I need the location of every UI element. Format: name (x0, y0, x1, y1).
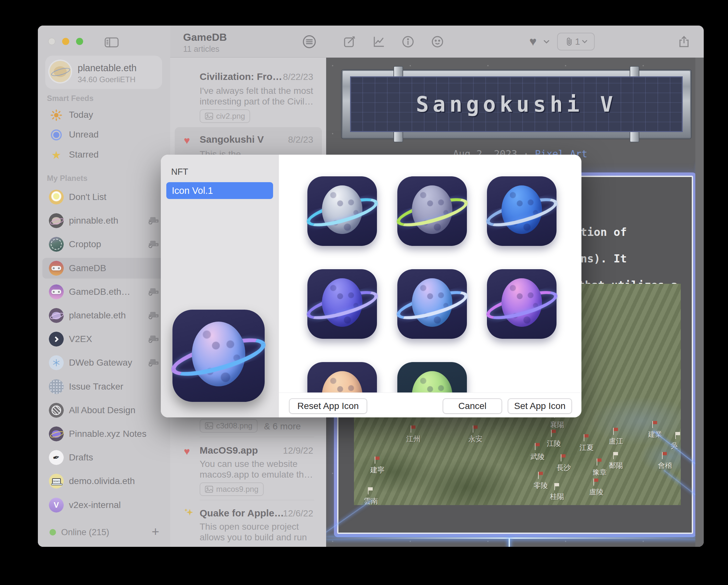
map-flag-marker (536, 443, 540, 446)
neon-grid-line (326, 537, 704, 539)
scrollbar-track[interactable] (695, 58, 704, 547)
planet-avatar: V (49, 498, 64, 512)
planet-avatar (49, 261, 64, 276)
planet-avatar (49, 237, 64, 252)
attachment-chip: c3d08.png (200, 419, 258, 433)
app-icon-option-blue[interactable] (487, 176, 556, 246)
map-city-label: 盧江 (609, 436, 623, 446)
sidebar-item-gamedb[interactable]: GameDB (43, 258, 165, 279)
sidebar-item-planetable-eth[interactable]: planetable.eth (43, 305, 165, 326)
sidebar-item-v2ex[interactable]: V2EX (43, 329, 165, 350)
article-date: 8/2/23 (288, 135, 313, 145)
sidebar-item-label: GameDB (69, 263, 106, 273)
article-title: Quake for Apple… (200, 508, 284, 519)
sidebar-item-don-t-list[interactable]: Don't List (43, 187, 165, 207)
app-icon-option-magenta[interactable] (487, 269, 556, 339)
online-status-label: Online (215) (61, 527, 109, 537)
article-preview: This is the (200, 149, 314, 155)
stats-icon[interactable] (372, 35, 385, 50)
star-icon: ★ (50, 149, 62, 161)
sidebar-item-label: pinnable.eth (69, 215, 119, 226)
sidebar-item-label: Drafts (69, 452, 93, 463)
sidebar-item-label: Unread (69, 129, 99, 140)
sidebar-item-today[interactable]: Today (43, 104, 165, 125)
map-city-label: 會稽 (658, 461, 672, 470)
reset-app-icon-button[interactable]: Reset App Icon (289, 398, 367, 414)
map-flag-marker (411, 426, 415, 429)
map-city-label: 武陵 (530, 452, 545, 462)
sidebar-item-label: demo.olivida.eth (69, 476, 135, 486)
collection-label: Icon Vol.1 (172, 185, 213, 196)
share-icon[interactable] (678, 35, 691, 50)
pinned-node-icon (148, 358, 159, 368)
sidebar-item-pinnable-xyz-notes[interactable]: Pinnable.xyz Notes (43, 424, 165, 444)
compose-icon[interactable] (343, 35, 356, 50)
sidebar-item-croptop[interactable]: Croptop (43, 234, 165, 255)
sidebar-item-demo-olivida-eth[interactable]: DEMOdemo.olivida.eth (43, 471, 165, 491)
attachments-dropdown[interactable]: 1 (557, 33, 595, 50)
sidebar-item-unread[interactable]: Unread (43, 124, 165, 145)
pinned-node-icon (148, 335, 159, 345)
close-button[interactable] (48, 38, 55, 45)
status-bar: Online (215) + (38, 522, 170, 543)
set-app-icon-button[interactable]: Set App Icon (508, 398, 572, 414)
divider (200, 437, 314, 437)
app-icon-option-silver-cyan[interactable] (307, 176, 377, 246)
map-city-label: 鄱陽 (609, 461, 623, 470)
map-flag-marker (676, 432, 680, 435)
chevron-down-icon[interactable] (544, 39, 549, 45)
online-status-dot (50, 529, 56, 535)
planet-avatar (49, 308, 64, 323)
zoom-button[interactable] (76, 38, 83, 45)
sidebar-item-pinnable-eth[interactable]: pinnable.eth (43, 210, 165, 231)
user-card[interactable]: planetable.eth 34.60 GoerliETH (45, 56, 162, 89)
feed-menu-icon[interactable] (302, 35, 316, 50)
add-planet-button[interactable]: + (152, 525, 159, 539)
sidebar-toggle-icon[interactable] (104, 36, 119, 50)
attachment-chip: macos9.png (200, 482, 264, 496)
article-title: Civilization: Fro… (200, 71, 282, 82)
sidebar-item-dweb-gateway[interactable]: DWeb Gateway (43, 352, 165, 373)
pinned-node-icon (148, 240, 159, 250)
map-flag-marker (562, 454, 566, 458)
app-icon-option-indigo[interactable] (307, 269, 377, 339)
user-balance: 34.60 GoerliETH (78, 75, 135, 84)
planet-avatar (49, 213, 64, 228)
sidebar-item-drafts[interactable]: ✒Drafts (43, 447, 165, 468)
planet-avatar (49, 189, 64, 204)
map-flag-marker (597, 458, 601, 462)
sidebar-item-label: V2EX (69, 334, 92, 344)
planet-avatar (49, 284, 64, 299)
map-flag-marker (594, 479, 598, 482)
map-city-label: 豫章 (593, 467, 607, 477)
attachment-chip: civ2.png (200, 109, 250, 123)
planet-avatar: DEMO (49, 474, 64, 489)
sidebar-item-v2ex-internal[interactable]: Vv2ex-internal (43, 495, 165, 515)
my-planets-header: My Planets (47, 174, 87, 183)
heart-icon: ♥ (184, 446, 190, 458)
map-flag-marker (552, 430, 556, 433)
app-icon-option-green-partial[interactable] (397, 362, 467, 393)
cancel-button[interactable]: Cancel (443, 398, 502, 414)
paperclip-icon (565, 37, 573, 47)
article-preview: I've always felt that the most interesti… (200, 85, 314, 107)
app-icon-option-lavender-lime[interactable] (397, 176, 467, 246)
app-icon-option-purple-blue[interactable] (397, 269, 467, 339)
attachment-name: macos9.png (216, 485, 259, 494)
smart-feeds-header: Smart Feeds (47, 94, 94, 103)
minimize-button[interactable] (62, 38, 69, 45)
collection-item-icon-vol1[interactable]: Icon Vol.1 (166, 182, 273, 199)
sidebar-item-gamedb-eth[interactable]: GameDB.eth… (43, 281, 165, 302)
favorite-icon[interactable]: ♥ (529, 35, 537, 49)
sidebar-item-all-about-design[interactable]: All About Design (43, 400, 165, 421)
sidebar-item-starred[interactable]: ★ Starred (43, 144, 165, 165)
sidebar-item-label: Croptop (69, 239, 101, 250)
info-icon[interactable] (401, 35, 414, 50)
emoji-icon[interactable] (431, 35, 444, 50)
sidebar-item-issue-tracker[interactable]: Issue Tracker (43, 376, 165, 397)
app-icon-option-peach-partial[interactable] (307, 362, 377, 393)
icon-grid (279, 155, 581, 393)
map-flag-marker (584, 434, 589, 437)
map-city-label: 桂陽 (550, 492, 564, 502)
article-date: 8/22/23 (283, 72, 313, 82)
